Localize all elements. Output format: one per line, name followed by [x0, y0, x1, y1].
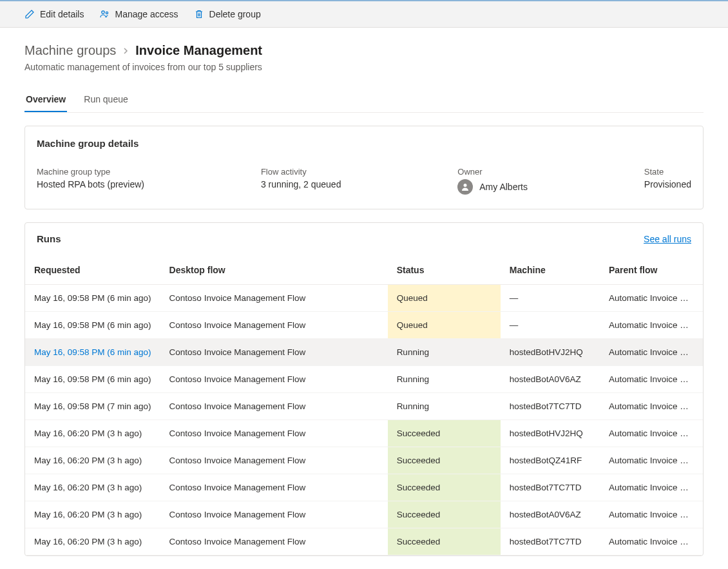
detail-owner-label: Owner	[457, 167, 528, 177]
cell-flow: Contoso Invoice Management Flow	[160, 420, 388, 447]
cell-machine: hostedBot7TC7TD	[501, 528, 600, 555]
table-row[interactable]: May 16, 06:20 PM (3 h ago)Contoso Invoic…	[25, 420, 703, 447]
cell-flow: Contoso Invoice Management Flow	[160, 339, 388, 366]
cell-parent: Automatic Invoice Manage...	[600, 528, 703, 555]
detail-activity-value: 3 running, 2 queued	[261, 179, 341, 189]
cell-status: Queued	[388, 285, 501, 312]
cell-flow: Contoso Invoice Management Flow	[160, 501, 388, 528]
cell-requested: May 16, 09:58 PM (6 min ago)	[25, 312, 160, 339]
trash-icon	[194, 9, 204, 19]
cell-parent: Automatic Invoice Manage...	[600, 420, 703, 447]
detail-activity: Flow activity 3 running, 2 queued	[261, 167, 341, 195]
cell-requested: May 16, 09:58 PM (6 min ago)	[25, 285, 160, 312]
cell-flow: Contoso Invoice Management Flow	[160, 366, 388, 393]
cell-requested: May 16, 06:20 PM (3 h ago)	[25, 447, 160, 474]
cell-flow: Contoso Invoice Management Flow	[160, 393, 388, 420]
cell-flow: Contoso Invoice Management Flow	[160, 312, 388, 339]
runs-card: Runs See all runs Requested Desktop flow…	[24, 222, 704, 556]
cell-requested: May 16, 06:20 PM (3 h ago)	[25, 501, 160, 528]
col-requested[interactable]: Requested	[25, 256, 160, 285]
cell-flow: Contoso Invoice Management Flow	[160, 285, 388, 312]
cell-status: Succeeded	[388, 474, 501, 501]
page-description: Automatic management of invoices from ou…	[24, 62, 704, 72]
cell-machine: hostedBotQZ41RF	[501, 447, 600, 474]
cell-requested: May 16, 09:58 PM (6 min ago)	[25, 339, 160, 366]
cell-parent: Automatic Invoice Manage...	[600, 501, 703, 528]
table-row[interactable]: May 16, 09:58 PM (6 min ago)Contoso Invo…	[25, 366, 703, 393]
table-row[interactable]: May 16, 09:58 PM (6 min ago)Contoso Invo…	[25, 285, 703, 312]
col-machine[interactable]: Machine	[501, 256, 600, 285]
cell-requested: May 16, 06:20 PM (3 h ago)	[25, 474, 160, 501]
cell-status: Succeeded	[388, 501, 501, 528]
table-row[interactable]: May 16, 06:20 PM (3 h ago)Contoso Invoic…	[25, 528, 703, 555]
detail-state: State Provisioned	[644, 167, 691, 195]
detail-type: Machine group type Hosted RPA bots (prev…	[37, 167, 144, 195]
edit-details-button[interactable]: Edit details	[24, 9, 84, 19]
cell-requested: May 16, 09:58 PM (7 min ago)	[25, 393, 160, 420]
cell-status: Succeeded	[388, 447, 501, 474]
cell-parent: Automatic Invoice Manage...	[600, 393, 703, 420]
table-row[interactable]: May 16, 06:20 PM (3 h ago)Contoso Invoic…	[25, 501, 703, 528]
detail-owner: Owner Amy Alberts	[457, 167, 528, 195]
cell-status: Succeeded	[388, 528, 501, 555]
cell-machine: hostedBot7TC7TD	[501, 474, 600, 501]
cell-requested: May 16, 09:58 PM (6 min ago)	[25, 366, 160, 393]
table-row[interactable]: May 16, 06:20 PM (3 h ago)Contoso Invoic…	[25, 447, 703, 474]
cell-parent: Automatic Invoice Manage...	[600, 312, 703, 339]
avatar	[457, 179, 473, 195]
delete-group-button[interactable]: Delete group	[194, 9, 261, 19]
svg-point-1	[106, 12, 108, 14]
manage-access-button[interactable]: Manage access	[99, 9, 178, 19]
cell-machine: hostedBotHVJ2HQ	[501, 339, 600, 366]
col-parent-flow[interactable]: Parent flow	[600, 256, 703, 285]
col-status[interactable]: Status	[388, 256, 501, 285]
delete-group-label: Delete group	[209, 9, 261, 19]
see-all-runs-link[interactable]: See all runs	[644, 234, 691, 244]
pencil-icon	[24, 9, 35, 19]
chevron-right-icon	[122, 46, 129, 56]
svg-point-0	[102, 11, 104, 14]
manage-access-label: Manage access	[115, 9, 178, 19]
cell-machine: —	[501, 312, 600, 339]
table-row[interactable]: May 16, 06:20 PM (3 h ago)Contoso Invoic…	[25, 474, 703, 501]
tab-run-queue[interactable]: Run queue	[82, 88, 129, 112]
cell-flow: Contoso Invoice Management Flow	[160, 474, 388, 501]
cell-flow: Contoso Invoice Management Flow	[160, 447, 388, 474]
cell-status: Running	[388, 339, 501, 366]
detail-state-label: State	[644, 167, 691, 177]
details-title: Machine group details	[37, 138, 691, 149]
detail-owner-value: Amy Alberts	[479, 182, 528, 192]
cell-parent: Automatic Invoice Manage...	[600, 447, 703, 474]
cell-parent: Automatic Invoice Manage...	[600, 366, 703, 393]
details-card: Machine group details Machine group type…	[24, 126, 704, 209]
table-row[interactable]: May 16, 09:58 PM (6 min ago)Contoso Invo…	[25, 339, 703, 366]
cell-machine: hostedBotA0V6AZ	[501, 501, 600, 528]
cell-parent: Automatic Invoice Manage...	[600, 474, 703, 501]
toolbar: Edit details Manage access Delete group	[0, 0, 728, 28]
breadcrumb-parent[interactable]: Machine groups	[24, 43, 116, 58]
table-row[interactable]: May 16, 09:58 PM (6 min ago)Contoso Invo…	[25, 312, 703, 339]
cell-status: Succeeded	[388, 420, 501, 447]
runs-table: Requested Desktop flow Status Machine Pa…	[25, 256, 703, 555]
svg-point-2	[464, 184, 467, 187]
cell-status: Running	[388, 393, 501, 420]
cell-status: Queued	[388, 312, 501, 339]
edit-details-label: Edit details	[40, 9, 84, 19]
cell-status: Running	[388, 366, 501, 393]
detail-type-value: Hosted RPA bots (preview)	[37, 179, 144, 189]
cell-machine: —	[501, 285, 600, 312]
table-row[interactable]: May 16, 09:58 PM (7 min ago)Contoso Invo…	[25, 393, 703, 420]
cell-machine: hostedBotA0V6AZ	[501, 366, 600, 393]
tabs: Overview Run queue	[24, 88, 704, 113]
col-desktop-flow[interactable]: Desktop flow	[160, 256, 388, 285]
cell-machine: hostedBot7TC7TD	[501, 393, 600, 420]
detail-activity-label: Flow activity	[261, 167, 341, 177]
cell-requested: May 16, 06:20 PM (3 h ago)	[25, 420, 160, 447]
breadcrumb: Machine groups Invoice Management	[24, 43, 704, 58]
breadcrumb-current: Invoice Management	[135, 43, 262, 58]
detail-state-value: Provisioned	[644, 179, 691, 189]
cell-requested: May 16, 06:20 PM (3 h ago)	[25, 528, 160, 555]
cell-flow: Contoso Invoice Management Flow	[160, 528, 388, 555]
tab-overview[interactable]: Overview	[24, 88, 67, 112]
cell-parent: Automatic Invoice Manage...	[600, 339, 703, 366]
